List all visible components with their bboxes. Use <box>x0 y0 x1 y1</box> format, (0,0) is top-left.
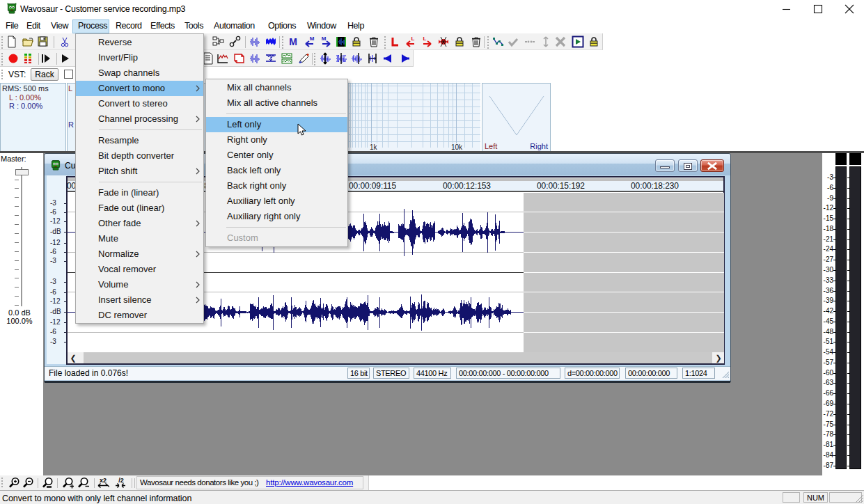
svg-text:L: L <box>411 36 415 42</box>
svg-text:L: L <box>423 36 427 42</box>
svg-text:M: M <box>310 36 315 42</box>
svg-text:M: M <box>322 36 327 42</box>
svg-text:/2: /2 <box>118 477 124 484</box>
svg-text:M: M <box>289 36 297 47</box>
svg-text:x2: x2 <box>100 477 107 484</box>
